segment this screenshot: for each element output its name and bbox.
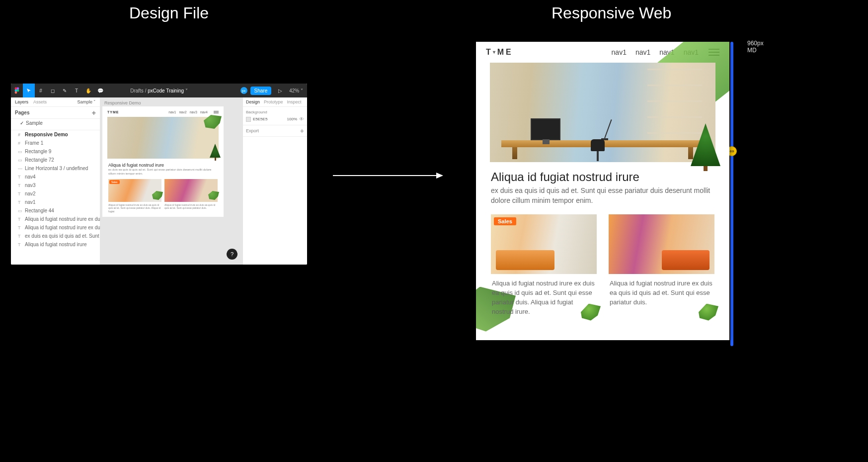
export-label: Export [246,128,259,133]
preview-card: Aliqua id fugiat nostrud irure ex duis e… [164,179,218,213]
preview-nav-item: nav3 [190,110,197,114]
heading-design-file: Design File [129,4,209,22]
layer-item[interactable]: ▭Rectangle 72 [11,156,100,164]
text-icon: T [18,217,23,222]
page-item[interactable]: ✓ Sample [11,119,100,127]
chevron-down-icon: ˅ [299,88,303,93]
comment-tool-icon[interactable]: 💬 [94,84,106,97]
layer-item[interactable]: Tnav3 [11,181,100,189]
frame-label[interactable]: Responsive Demo [104,100,141,105]
color-swatch[interactable] [246,117,251,122]
frame-icon: # [18,141,23,146]
tab-inspect[interactable]: Inspect [287,99,302,104]
hand-tool-icon[interactable]: ✋ [82,84,94,97]
pen-tool-icon[interactable]: ✎ [59,84,71,97]
hero-image [490,63,715,162]
preview-heading: Aliqua id fugiat nostrud irure [105,161,221,168]
add-page-button[interactable]: + [92,110,96,115]
resize-ruler[interactable] [730,42,733,346]
check-icon: ✓ [20,120,24,126]
text-icon: T [18,183,23,188]
frame-tool-icon[interactable]: # [35,84,47,97]
play-icon[interactable]: ▷ [274,84,286,97]
preview-hero-image [107,117,219,159]
layer-item[interactable]: TAliqua id fugiat nostrud irure ex duis … [11,223,100,232]
move-tool-icon[interactable] [23,84,35,97]
text-tool-icon[interactable]: T [71,84,82,97]
design-tool-window: # ◻ ✎ T ✋ 💬 Drafts / pxCode Training ˅ p… [11,84,307,265]
layer-item[interactable]: TAliqua id fugiat nostrud irure [11,240,100,249]
svg-point-3 [17,90,19,92]
plugin-badge[interactable]: px [240,87,247,94]
breadcrumb-folder: Drafts [130,88,144,93]
color-hex[interactable]: E5E5E5 [253,117,267,121]
text-icon: T [18,175,23,180]
rectangle-icon: ▭ [18,208,23,213]
logo-triangle-icon: ▾ [493,49,497,55]
shape-tool-icon[interactable]: ◻ [47,84,59,97]
responsive-preview-wrapper: 960px MD ⇔ T▾ME nav1 nav1 nav1 nav1 [476,42,744,346]
hamburger-icon [214,111,219,113]
layer-item[interactable]: ▭Rectangle 44 [11,206,100,215]
artboard[interactable]: TYME nav1 nav2 nav3 nav4 Aliqua id fugia… [102,106,224,217]
layer-item[interactable]: #Frame 1 [11,139,100,147]
site-logo[interactable]: T▾ME [486,48,513,57]
nav-link[interactable]: nav1 [612,48,627,56]
add-export-button[interactable]: + [300,128,304,133]
layer-item[interactable]: Tnav4 [11,173,100,181]
layer-frame-root[interactable]: # Responsive Demo [11,130,100,139]
breadcrumb[interactable]: Drafts / pxCode Training ˅ [130,88,188,93]
leaf-decoration-icon [204,115,222,129]
color-opacity[interactable]: 100% [287,117,297,121]
preview-nav-item: nav1 [168,110,176,114]
tab-prototype[interactable]: Prototype [264,99,283,104]
layer-item[interactable]: TAliqua id fugiat nostrud irure ex duis … [11,215,100,223]
background-label: Background [246,110,304,114]
preview-card: Sales Aliqua id fugiat nostrud irure ex … [108,179,161,213]
frame-icon: # [18,132,23,137]
text-icon: T [18,225,23,230]
tab-design[interactable]: Design [246,99,260,104]
heading-responsive-web: Responsive Web [552,4,671,22]
tab-assets[interactable]: Assets [33,99,47,104]
canvas[interactable]: Responsive Demo TYME nav1 nav2 nav3 nav4 [100,97,242,265]
layer-item[interactable]: ▭Rectangle 9 [11,147,100,156]
tab-layers[interactable]: Layers [15,99,28,104]
rectangle-icon: ▭ [18,149,23,154]
product-card[interactable]: Aliqua id fugiat nostrud irure ex duis e… [609,214,714,316]
pages-label: Pages [15,110,29,115]
preview-nav-item: nav2 [179,110,186,114]
svg-point-4 [15,92,17,94]
preview-card-text: Aliqua id fugiat nostrud irure ex duis e… [108,202,161,213]
card-text: Aliqua id fugiat nostrud irure ex duis e… [609,274,714,307]
layer-item[interactable]: ―Line Horizontal 3 / undefined [11,164,100,173]
card-image [609,214,714,274]
arrow-icon [333,175,442,176]
product-card[interactable]: Sales Aliqua id fugiat nostrud irure ex … [491,214,597,316]
layer-item[interactable]: Tnav1 [11,198,100,206]
zoom-level[interactable]: 42% ˅ [289,88,303,93]
visibility-icon[interactable]: 👁 [299,116,304,122]
page-dropdown[interactable]: Sample ˅ [77,99,96,104]
layers-panel: Layers Assets Sample ˅ Pages + ✓ Sample … [11,97,100,265]
layer-item[interactable]: Tex duis ea quis id quis ad et. Sunt qui… [11,232,100,240]
nav-link[interactable]: nav1 [635,48,650,56]
preview-subtext: ex duis ea quis id quis ad et. Sunt qui … [105,168,221,178]
preview-nav-item: nav4 [200,110,208,114]
preview-card-text: Aliqua id fugiat nostrud irure ex duis e… [164,202,218,210]
rectangle-icon: ▭ [18,158,23,163]
sales-badge: Sales [109,180,120,184]
line-icon: ― [18,166,23,171]
properties-panel: Design Prototype Inspect Background E5E5… [242,97,307,265]
share-button[interactable]: Share [250,87,272,95]
toolbar: # ◻ ✎ T ✋ 💬 Drafts / pxCode Training ˅ p… [11,84,307,97]
layer-item[interactable]: Tnav2 [11,189,100,198]
chevron-down-icon: ˅ [185,88,188,93]
card-text: Aliqua id fugiat nostrud irure ex duis e… [491,274,597,316]
figma-menu-icon[interactable] [11,84,23,97]
page-name: Sample [26,120,43,126]
preview-logo: TYME [107,110,119,114]
tree-decoration-icon [210,143,221,161]
chevron-down-icon: ˅ [93,99,96,104]
help-button[interactable]: ? [227,249,237,260]
